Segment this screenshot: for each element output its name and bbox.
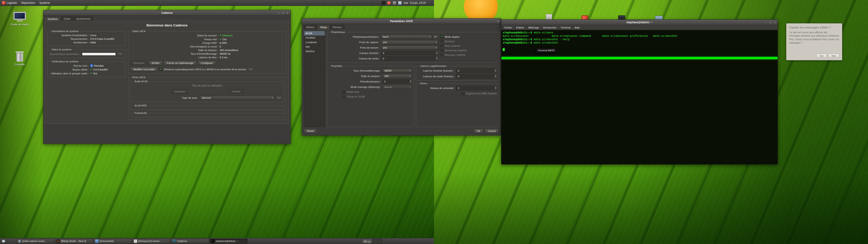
jack-force-restart-button[interactable]: Forcer un redémarrage	[164, 61, 196, 65]
cancel-button[interactable]: Cancel	[485, 129, 499, 133]
chevron-down-icon: ▾	[436, 47, 437, 49]
dither-mode-select[interactable]: Aucun ▾	[382, 85, 412, 89]
menu-rechercher[interactable]: Rechercher	[541, 26, 558, 29]
jack-settings-tab-bar: Moteur Pilote Réseau	[302, 24, 501, 29]
tray-notification-icon[interactable]	[387, 1, 391, 5]
playback-ports-select[interactable]: yes ▾	[381, 45, 438, 50]
soft-mode-checkbox[interactable]	[342, 91, 345, 94]
jack-settings-titlebar[interactable]: Paramètres JACK ×	[302, 19, 501, 24]
jack-stop-button[interactable]: Arrêter	[149, 61, 162, 65]
driver-item-alsa[interactable]: ALSA	[304, 31, 325, 35]
maximize-button[interactable]: □	[281, 11, 285, 15]
driver-item-net[interactable]: Net	[304, 44, 325, 49]
taskbar-item-screenshot[interactable]: [mate capture scree...	[16, 239, 54, 244]
bridge-start-button[interactable]: Démarrer	[171, 89, 188, 94]
field-label: Taux d'échantillonnage :	[350, 69, 381, 72]
close-button[interactable]: ×	[286, 11, 289, 15]
bridge-type-select[interactable]: (Aucun) ▾	[200, 96, 274, 100]
spinner-arrows-icon[interactable]: ▴▾	[436, 57, 438, 60]
tab-ajustements[interactable]: Ajustements	[73, 17, 93, 21]
bridge-stop-button[interactable]: Arrêter	[229, 89, 243, 94]
autostart-checkbox[interactable]	[159, 68, 162, 71]
periods-spinner[interactable]: 3 ▴▾	[382, 80, 412, 84]
minimize-button[interactable]: –	[764, 21, 768, 24]
driver-item-firewire[interactable]: FireWire	[304, 35, 325, 40]
output-channels-spinner[interactable]: 0 ▴▾	[381, 57, 438, 61]
desktop-icon-trash[interactable]: Corbeille	[7, 52, 32, 66]
menu-places[interactable]: Répertoires	[19, 0, 37, 6]
taskbar-item-documents[interactable]: [Documents]	[94, 239, 131, 244]
menu-fichier[interactable]: Fichier	[502, 26, 514, 29]
desktop-icon-computer[interactable]: Poste de travail	[7, 12, 32, 26]
menu-applications[interactable]: Logiciels	[0, 0, 19, 6]
menu-edition[interactable]: Édition	[514, 26, 526, 29]
terminal-output[interactable]: stephane@debzic:~$ mate-screens mate-scr…	[501, 30, 778, 164]
minimize-button[interactable]: –	[277, 11, 281, 15]
input-channels-spinner[interactable]: 0 ▴▾	[381, 51, 438, 55]
notification-title: Cacher les messages ciblés ?	[789, 26, 839, 29]
field-value: 0	[381, 57, 436, 60]
device-list-button[interactable]: >	[433, 35, 438, 39]
terminal-menubar: Fichier Édition Affichage Rechercher Ter…	[501, 25, 778, 30]
menu-system[interactable]: Système	[37, 0, 52, 6]
verbosity-spinner[interactable]: 3 ▴▾	[456, 86, 497, 90]
menu-affichage[interactable]: Affichage	[526, 26, 541, 29]
terminal-titlebar[interactable]: stephane@debzic: ~ – □ ×	[501, 20, 778, 25]
hw-metering-checkbox[interactable]	[440, 53, 443, 56]
tab-moteur[interactable]: Moteur	[304, 25, 317, 29]
jack-start-button[interactable]: Démarrer	[130, 61, 147, 65]
menu-terminal[interactable]: Terminal	[559, 26, 572, 29]
hw-monitoring-checkbox[interactable]	[440, 49, 443, 52]
spinner-arrows-icon[interactable]: ▴▾	[409, 80, 412, 83]
monitor-checkbox[interactable]	[440, 40, 443, 43]
duplex-mode-checkbox[interactable]	[440, 35, 443, 38]
taskbar-item-cadence[interactable]: Cadence	[171, 239, 209, 244]
device-interface-select[interactable]: hw:0 ▾	[381, 35, 432, 39]
clock[interactable]: mar. 13 juin, 23:20	[403, 1, 426, 4]
tray-app-icon[interactable]	[382, 1, 385, 5]
input-latency-spinner[interactable]: 0 ▴▾	[456, 69, 497, 73]
taskbar-item-bitwig[interactable]: [Bitwig Studio - New 3]	[55, 239, 93, 244]
tray-volume-icon[interactable]	[393, 1, 396, 5]
capture-ports-select[interactable]: yes ▾	[381, 40, 438, 44]
menu-aide[interactable]: Aide	[572, 26, 582, 29]
spinner-arrows-icon[interactable]: ▴▾	[494, 74, 497, 78]
bridge-more-button[interactable]: ...	[276, 96, 282, 100]
yes-button[interactable]: Oui	[816, 54, 827, 58]
cadence-titlebar[interactable]: Cadence – □ ×	[43, 10, 290, 16]
spinner-arrows-icon[interactable]: ▴▾	[494, 86, 497, 90]
tab-reseau[interactable]: Réseau	[330, 25, 344, 29]
workspace-2[interactable]	[372, 239, 382, 243]
no-button[interactable]: Non	[829, 54, 839, 58]
tab-outils[interactable]: Outils	[61, 17, 73, 21]
taskbar-item-dmesg[interactable]: [dmesg.txt [Lecture ...	[132, 239, 170, 244]
sample-rate-select[interactable]: 48000 ▾	[382, 69, 412, 73]
field-label: Latence de sortie (frames) :	[423, 75, 455, 78]
spinner-arrows-icon[interactable]: ▴▾	[494, 69, 497, 72]
buffer-size-select[interactable]: 256 ▾	[382, 74, 412, 78]
ok-button[interactable]: OK	[474, 129, 484, 133]
show-desktop-button[interactable]	[1, 239, 6, 244]
maximize-button[interactable]: □	[769, 21, 772, 24]
force-16bit-checkbox[interactable]	[342, 95, 345, 98]
driver-item-netone[interactable]: NetOne	[304, 49, 325, 54]
hw-alias-checkbox[interactable]	[440, 44, 443, 47]
spinner-arrows-icon[interactable]: ▴▾	[436, 51, 438, 55]
reset-button[interactable]: Reset	[304, 129, 317, 133]
session-more-button[interactable]: ...	[248, 67, 254, 71]
cpu-governor-more-button[interactable]: ...	[117, 52, 123, 56]
jack-configure-button[interactable]: Configurer	[198, 61, 216, 65]
taskbar-item-terminal[interactable]: stephane@debzic: ~	[210, 239, 248, 244]
close-button[interactable]: ×	[773, 21, 776, 24]
tray-network-icon[interactable]	[398, 1, 402, 5]
tab-systeme[interactable]: Système	[45, 17, 61, 21]
top-panel: Logiciels Répertoires Système mar. 13 ju…	[0, 0, 434, 6]
modify-on-the-fly-button[interactable]: Modifier à-la-volée	[130, 67, 158, 72]
check-label: Test du nom :	[50, 64, 90, 67]
workspace-1[interactable]	[362, 239, 372, 243]
firewire-snoop-checkbox[interactable]	[462, 92, 465, 95]
close-button[interactable]: ×	[496, 20, 500, 23]
tab-pilote[interactable]: Pilote	[318, 25, 330, 29]
driver-item-loopback[interactable]: Loopback	[304, 40, 325, 44]
output-latency-spinner[interactable]: 0 ▴▾	[456, 74, 497, 79]
